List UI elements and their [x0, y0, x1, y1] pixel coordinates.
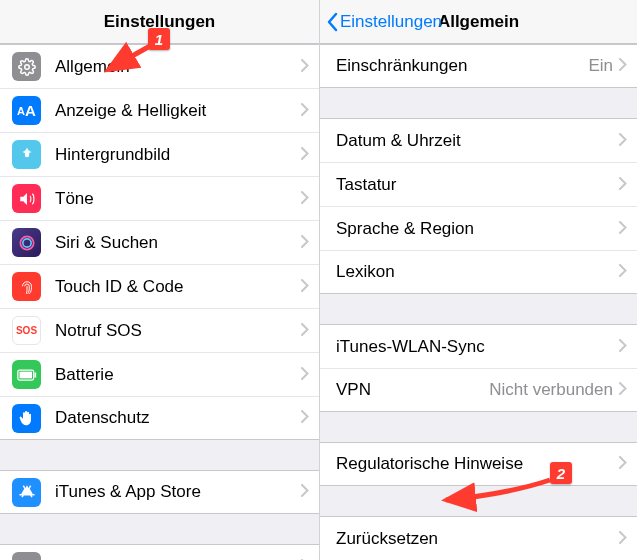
chevron-right-icon [619, 380, 627, 400]
row-label: Datenschutz [55, 408, 301, 428]
chevron-right-icon [619, 131, 627, 151]
row-label: VPN [336, 380, 489, 400]
group-gap [0, 440, 319, 470]
chevron-right-icon [301, 145, 309, 165]
row-label: Anzeige & Helligkeit [55, 101, 301, 121]
chevron-right-icon [301, 277, 309, 297]
row-language[interactable]: Sprache & Region [320, 206, 637, 250]
row-label: Siri & Suchen [55, 233, 301, 253]
row-sos[interactable]: SOS Notruf SOS [0, 308, 319, 352]
appstore-icon [12, 478, 41, 507]
row-privacy[interactable]: Datenschutz [0, 396, 319, 440]
back-label: Einstellungen [340, 12, 442, 32]
svg-point-3 [22, 238, 30, 246]
row-label: Sprache & Region [336, 219, 619, 239]
row-keyboard[interactable]: Tastatur [320, 162, 637, 206]
fingerprint-icon [12, 272, 41, 301]
row-itunes-wifi[interactable]: iTunes-WLAN-Sync [320, 324, 637, 368]
settings-pane: Einstellungen Allgemein AA Anzeige & Hel… [0, 0, 320, 560]
navbar-title: Einstellungen [104, 12, 215, 32]
chevron-right-icon [619, 337, 627, 357]
row-label: Batterie [55, 365, 301, 385]
row-general[interactable]: Allgemein [0, 44, 319, 88]
row-vpn[interactable]: VPN Nicht verbunden [320, 368, 637, 412]
row-reset[interactable]: Zurücksetzen [320, 516, 637, 560]
row-label: Touch ID & Code [55, 277, 301, 297]
siri-icon [12, 228, 41, 257]
row-label: Töne [55, 189, 301, 209]
chevron-right-icon [301, 321, 309, 341]
row-label: Allgemein [55, 57, 301, 77]
chevron-right-icon [619, 175, 627, 195]
chevron-right-icon [301, 557, 309, 561]
svg-rect-5 [34, 372, 36, 377]
settings-list[interactable]: Allgemein AA Anzeige & Helligkeit Hinter… [0, 44, 319, 560]
group-gap [320, 412, 637, 442]
row-label: Hintergrundbild [55, 145, 301, 165]
row-label: iTunes-WLAN-Sync [336, 337, 619, 357]
row-touchid[interactable]: Touch ID & Code [0, 264, 319, 308]
row-value: Ein [588, 56, 613, 76]
chevron-right-icon [619, 56, 627, 76]
chevron-right-icon [619, 262, 627, 282]
group-gap [320, 486, 637, 516]
chevron-right-icon [301, 233, 309, 253]
navbar-left: Einstellungen [0, 0, 319, 44]
row-label: Zurücksetzen [336, 529, 619, 549]
speaker-icon [12, 184, 41, 213]
chevron-right-icon [619, 454, 627, 474]
chevron-right-icon [301, 189, 309, 209]
key-icon [12, 552, 41, 560]
general-list[interactable]: Einschränkungen Ein Datum & Uhrzeit Tast… [320, 44, 637, 560]
chevron-right-icon [619, 219, 627, 239]
row-label: Regulatorische Hinweise [336, 454, 619, 474]
row-label: Datum & Uhrzeit [336, 131, 619, 151]
row-appstore[interactable]: iTunes & App Store [0, 470, 319, 514]
chevron-right-icon [301, 57, 309, 77]
back-button[interactable]: Einstellungen [326, 12, 442, 32]
chevron-right-icon [301, 408, 309, 428]
wallpaper-icon [12, 140, 41, 169]
chevron-right-icon [301, 101, 309, 121]
row-datetime[interactable]: Datum & Uhrzeit [320, 118, 637, 162]
chevron-right-icon [301, 482, 309, 502]
group-gap [320, 88, 637, 118]
navbar-title: Allgemein [438, 12, 519, 32]
row-label: iTunes & App Store [55, 482, 301, 502]
chevron-right-icon [301, 365, 309, 385]
row-sounds[interactable]: Töne [0, 176, 319, 220]
textsize-icon: AA [12, 96, 41, 125]
row-dictionary[interactable]: Lexikon [320, 250, 637, 294]
general-pane: Einstellungen Allgemein Einschränkungen … [320, 0, 637, 560]
svg-point-0 [24, 64, 29, 69]
row-accounts[interactable]: Accounts & Passwörter [0, 544, 319, 560]
row-restrictions[interactable]: Einschränkungen Ein [320, 44, 637, 88]
navbar-right: Einstellungen Allgemein [320, 0, 637, 44]
row-label: Tastatur [336, 175, 619, 195]
row-display[interactable]: AA Anzeige & Helligkeit [0, 88, 319, 132]
row-value: Nicht verbunden [489, 380, 613, 400]
row-siri[interactable]: Siri & Suchen [0, 220, 319, 264]
chevron-right-icon [619, 529, 627, 549]
row-battery[interactable]: Batterie [0, 352, 319, 396]
chevron-left-icon [326, 12, 338, 32]
battery-icon [12, 360, 41, 389]
row-wallpaper[interactable]: Hintergrundbild [0, 132, 319, 176]
sos-icon: SOS [12, 316, 41, 345]
group-gap [0, 514, 319, 544]
row-regulatory[interactable]: Regulatorische Hinweise [320, 442, 637, 486]
group-gap [320, 294, 637, 324]
row-label: Notruf SOS [55, 321, 301, 341]
gear-icon [12, 52, 41, 81]
svg-rect-6 [19, 371, 32, 378]
row-label: Einschränkungen [336, 56, 588, 76]
row-label: Accounts & Passwörter [55, 557, 301, 561]
hand-icon [12, 404, 41, 433]
row-label: Lexikon [336, 262, 619, 282]
